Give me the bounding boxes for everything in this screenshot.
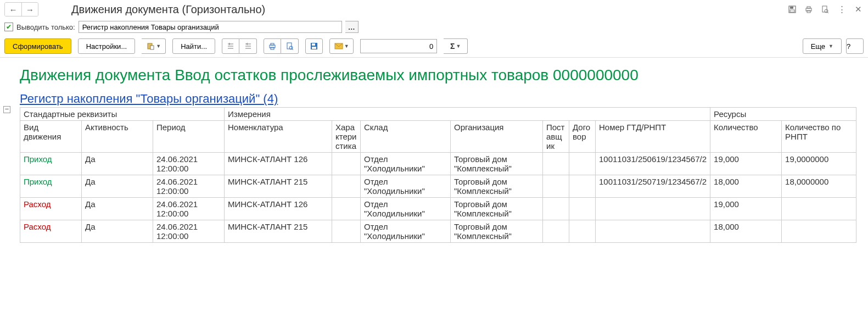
print-button[interactable]: [264, 38, 281, 54]
svg-line-8: [827, 12, 828, 13]
cell-nomenclature: МИНСК-АТЛАНТ 126: [225, 153, 332, 175]
col-quantity-rnpt: Количество по РНПТ: [782, 121, 856, 153]
cell-period: 24.06.2021 12:00:00: [153, 153, 225, 175]
cell-gtd: [596, 198, 710, 220]
report-area[interactable]: − Движения документа Ввод остатков просл…: [0, 57, 868, 328]
cell-gtd: 10011031/250719/1234567/2: [596, 175, 710, 198]
cell-activity: Да: [82, 175, 153, 198]
sigma-button[interactable]: Σ ▼: [444, 38, 468, 54]
col-warehouse: Склад: [361, 121, 451, 153]
col-quantity: Количество: [710, 121, 782, 153]
save-report-button[interactable]: [305, 38, 323, 54]
cell-quantity-rnpt: 18,0000000: [782, 175, 856, 198]
cell-warehouse: Отдел "Холодильники": [361, 220, 451, 243]
svg-rect-2: [790, 10, 794, 12]
cell-organization: Торговый дом "Комплексный": [451, 198, 543, 220]
cell-warehouse: Отдел "Холодильники": [361, 198, 451, 220]
chevron-down-icon: ▼: [156, 43, 161, 49]
outline-collapse-button[interactable]: −: [3, 106, 10, 113]
sum-input[interactable]: [360, 39, 437, 53]
print-group: [264, 38, 299, 54]
table-row[interactable]: РасходДа24.06.2021 12:00:00МИНСК-АТЛАНТ …: [20, 220, 856, 243]
print-preview-button[interactable]: [281, 38, 299, 54]
table-row[interactable]: РасходДа24.06.2021 12:00:00МИНСК-АТЛАНТ …: [20, 198, 856, 220]
cell-move: Расход: [20, 198, 82, 220]
collapse-tree-button[interactable]: [239, 38, 257, 54]
cell-characteristic: [332, 198, 361, 220]
paste-button[interactable]: ▼: [142, 38, 166, 54]
expand-collapse-group: [222, 38, 257, 54]
svg-rect-1: [790, 7, 793, 9]
filter-row: ✔ Выводить только: …: [0, 19, 868, 35]
cell-period: 24.06.2021 12:00:00: [153, 220, 225, 243]
help-button[interactable]: ?: [846, 38, 864, 54]
cell-supplier: [543, 153, 569, 175]
col-organization: Организация: [451, 121, 543, 153]
cell-characteristic: [332, 220, 361, 243]
report-title: Движения документа Ввод остатков прослеж…: [20, 66, 867, 84]
paste-group: ▼: [142, 38, 166, 54]
register-link[interactable]: Регистр накопления "Товары организаций" …: [20, 92, 278, 106]
cell-period: 24.06.2021 12:00:00: [153, 175, 225, 198]
cell-gtd: 10011031/250619/1234567/2: [596, 153, 710, 175]
column-header-row: Вид движения Активность Период Номенклат…: [20, 121, 856, 153]
settings-button[interactable]: Настройки...: [78, 38, 136, 54]
cell-supplier: [543, 220, 569, 243]
cell-quantity: 18,000: [710, 220, 782, 243]
cell-supplier: [543, 175, 569, 198]
find-button[interactable]: Найти...: [172, 38, 215, 54]
chevron-down-icon: ▼: [344, 43, 349, 49]
cell-contract: [569, 153, 596, 175]
cell-move: Приход: [20, 153, 82, 175]
svg-rect-18: [271, 43, 274, 45]
table-row[interactable]: ПриходДа24.06.2021 12:00:00МИНСК-АТЛАНТ …: [20, 153, 856, 175]
window-title: Движения документа (Горизонтально): [71, 3, 265, 16]
cell-quantity: 18,000: [710, 175, 782, 198]
cell-activity: Да: [82, 198, 153, 220]
col-characteristic: Характеристика: [332, 121, 361, 153]
close-icon[interactable]: ✕: [853, 4, 864, 15]
cell-period: 24.06.2021 12:00:00: [153, 198, 225, 220]
generate-button[interactable]: Сформировать: [4, 38, 71, 54]
more-button[interactable]: Еще ▼: [803, 38, 842, 54]
back-button[interactable]: ←: [5, 3, 21, 16]
group-standard: Стандартные реквизиты: [20, 108, 225, 121]
nav-buttons: ← →: [4, 2, 38, 16]
print-icon[interactable]: [803, 4, 814, 15]
forward-button[interactable]: →: [21, 3, 38, 16]
cell-contract: [569, 198, 596, 220]
col-supplier: Поставщик: [543, 121, 569, 153]
cell-nomenclature: МИНСК-АТЛАНТ 215: [225, 220, 332, 243]
filter-checkbox[interactable]: ✔: [4, 23, 13, 31]
titlebar-actions: ⋮ ✕: [787, 4, 864, 15]
cell-contract: [569, 220, 596, 243]
more-icon[interactable]: ⋮: [836, 4, 847, 15]
cell-quantity-rnpt: [782, 220, 856, 243]
group-dimensions: Измерения: [225, 108, 710, 121]
chevron-down-icon: ▼: [828, 43, 833, 49]
titlebar: ← → Движения документа (Горизонтально) ⋮…: [0, 0, 868, 19]
sigma-icon: Σ: [450, 42, 455, 51]
cell-supplier: [543, 198, 569, 220]
save-icon[interactable]: [787, 4, 798, 15]
svg-line-22: [292, 49, 293, 50]
cell-organization: Торговый дом "Комплексный": [451, 175, 543, 198]
col-nomenclature: Номенклатура: [225, 121, 332, 153]
expand-tree-button[interactable]: [222, 38, 239, 54]
col-contract: Договор: [569, 121, 596, 153]
email-button[interactable]: ▼: [329, 38, 354, 54]
filter-select-button[interactable]: …: [345, 21, 359, 33]
filter-label: Выводить только:: [16, 23, 75, 31]
col-gtd: Номер ГТД/РНПТ: [596, 121, 710, 153]
toolbar-right: Еще ▼ ?: [803, 38, 864, 54]
report-table: Стандартные реквизиты Измерения Ресурсы …: [20, 107, 856, 243]
sigma-group: Σ ▼: [444, 38, 468, 54]
toolbar: Сформировать Настройки... ▼ Найти... ▼ Σ: [0, 35, 868, 57]
cell-quantity: 19,000: [710, 198, 782, 220]
cell-nomenclature: МИНСК-АТЛАНТ 215: [225, 175, 332, 198]
chevron-down-icon: ▼: [456, 43, 461, 49]
table-row[interactable]: ПриходДа24.06.2021 12:00:00МИНСК-АТЛАНТ …: [20, 175, 856, 198]
preview-icon[interactable]: [820, 4, 831, 15]
group-resources: Ресурсы: [710, 108, 856, 121]
filter-input[interactable]: [79, 21, 342, 33]
